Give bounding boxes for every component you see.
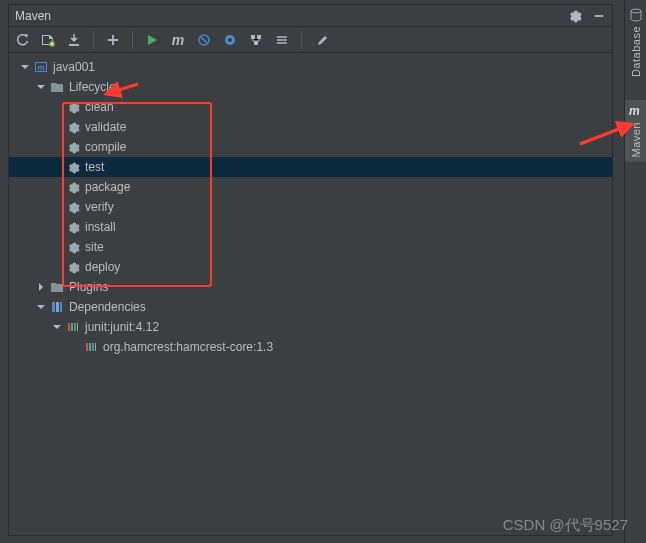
svg-point-0 xyxy=(631,9,641,13)
tree-dependencies[interactable]: Dependencies xyxy=(9,297,612,317)
gear-icon[interactable] xyxy=(568,9,582,23)
svg-rect-9 xyxy=(254,41,258,45)
lifecycle-item-verify[interactable]: verify xyxy=(9,197,612,217)
chevron-down-icon[interactable] xyxy=(51,321,63,333)
lifecycle-label: clean xyxy=(85,100,114,114)
svg-point-6 xyxy=(228,38,232,42)
lifecycle-label: site xyxy=(85,240,104,254)
settings-button[interactable] xyxy=(312,31,330,49)
tree-dep-junit[interactable]: junit:junit:4.12 xyxy=(9,317,612,337)
svg-rect-22 xyxy=(92,343,94,351)
chevron-right-icon[interactable] xyxy=(35,281,47,293)
svg-rect-19 xyxy=(77,323,78,331)
tree-label: Dependencies xyxy=(69,300,146,314)
lifecycle-label: verify xyxy=(85,200,114,214)
svg-rect-18 xyxy=(74,323,76,331)
gear-icon xyxy=(65,219,81,235)
offline-button[interactable] xyxy=(221,31,239,49)
tree-label: Plugins xyxy=(69,280,108,294)
tree-label: Lifecycle xyxy=(69,80,116,94)
side-tab-maven[interactable]: m Maven xyxy=(625,100,646,162)
lifecycle-item-package[interactable]: package xyxy=(9,177,612,197)
lifecycle-item-validate[interactable]: validate xyxy=(9,117,612,137)
panel-header: Maven xyxy=(9,5,612,27)
folder-icon xyxy=(49,279,65,295)
tree-label: junit:junit:4.12 xyxy=(85,320,159,334)
lifecycle-item-compile[interactable]: compile xyxy=(9,137,612,157)
svg-rect-23 xyxy=(95,343,96,351)
svg-text:m: m xyxy=(37,63,44,72)
generate-button[interactable] xyxy=(39,31,57,49)
tree-label: org.hamcrest:hamcrest-core:1.3 xyxy=(103,340,273,354)
lifecycle-item-site[interactable]: site xyxy=(9,237,612,257)
show-deps-button[interactable] xyxy=(247,31,265,49)
add-button[interactable] xyxy=(104,31,122,49)
reimport-button[interactable] xyxy=(13,31,31,49)
database-icon xyxy=(629,8,643,22)
maven-icon: m xyxy=(629,104,643,118)
side-tab-database[interactable]: Database xyxy=(625,4,646,82)
svg-rect-21 xyxy=(89,343,91,351)
svg-rect-1 xyxy=(595,15,604,17)
chevron-down-icon[interactable] xyxy=(35,301,47,313)
lifecycle-label: test xyxy=(85,160,104,174)
svg-rect-8 xyxy=(257,35,261,39)
gear-icon xyxy=(65,199,81,215)
svg-rect-17 xyxy=(71,323,73,331)
tree-plugins[interactable]: Plugins xyxy=(9,277,612,297)
svg-rect-14 xyxy=(56,302,59,312)
tree-lifecycle[interactable]: Lifecycle xyxy=(9,77,612,97)
run-button[interactable] xyxy=(143,31,161,49)
svg-rect-3 xyxy=(69,44,79,46)
svg-rect-16 xyxy=(68,323,70,331)
lifecycle-label: deploy xyxy=(85,260,120,274)
tree[interactable]: m java001 Lifecycle cleanvalidatecompile… xyxy=(9,53,612,535)
gear-icon xyxy=(65,99,81,115)
lifecycle-item-deploy[interactable]: deploy xyxy=(9,257,612,277)
gear-icon xyxy=(65,139,81,155)
lifecycle-label: package xyxy=(85,180,130,194)
maven-goal-button[interactable]: m xyxy=(169,31,187,49)
dependency-icon xyxy=(83,339,99,355)
chevron-down-icon[interactable] xyxy=(35,81,47,93)
tree-label: java001 xyxy=(53,60,95,74)
side-tab-label: Maven xyxy=(630,122,642,158)
library-icon xyxy=(49,299,65,315)
lifecycle-label: validate xyxy=(85,120,126,134)
minimize-icon[interactable] xyxy=(592,9,606,23)
gear-icon xyxy=(65,179,81,195)
chevron-down-icon[interactable] xyxy=(19,61,31,73)
folder-icon xyxy=(49,79,65,95)
gear-icon xyxy=(65,119,81,135)
watermark: CSDN @代号9527 xyxy=(503,516,628,535)
lifecycle-item-install[interactable]: install xyxy=(9,217,612,237)
lifecycle-item-clean[interactable]: clean xyxy=(9,97,612,117)
svg-rect-7 xyxy=(251,35,255,39)
module-icon: m xyxy=(33,59,49,75)
gear-icon xyxy=(65,159,81,175)
dependency-icon xyxy=(65,319,81,335)
maven-panel: Maven m m java001 Lifecycle xyxy=(8,4,613,536)
svg-rect-13 xyxy=(52,302,55,312)
side-tab-label: Database xyxy=(630,26,642,77)
skip-tests-button[interactable] xyxy=(195,31,213,49)
tree-dep-hamcrest[interactable]: org.hamcrest:hamcrest-core:1.3 xyxy=(9,337,612,357)
tree-root[interactable]: m java001 xyxy=(9,57,612,77)
svg-rect-15 xyxy=(60,302,62,312)
svg-rect-20 xyxy=(86,343,88,351)
side-rail: Database m Maven xyxy=(624,0,646,543)
panel-title: Maven xyxy=(15,9,51,23)
gear-icon xyxy=(65,259,81,275)
download-button[interactable] xyxy=(65,31,83,49)
lifecycle-label: install xyxy=(85,220,116,234)
gear-icon xyxy=(65,239,81,255)
lifecycle-label: compile xyxy=(85,140,126,154)
lifecycle-item-test[interactable]: test xyxy=(9,157,612,177)
toolbar: m xyxy=(9,27,612,53)
collapse-button[interactable] xyxy=(273,31,291,49)
